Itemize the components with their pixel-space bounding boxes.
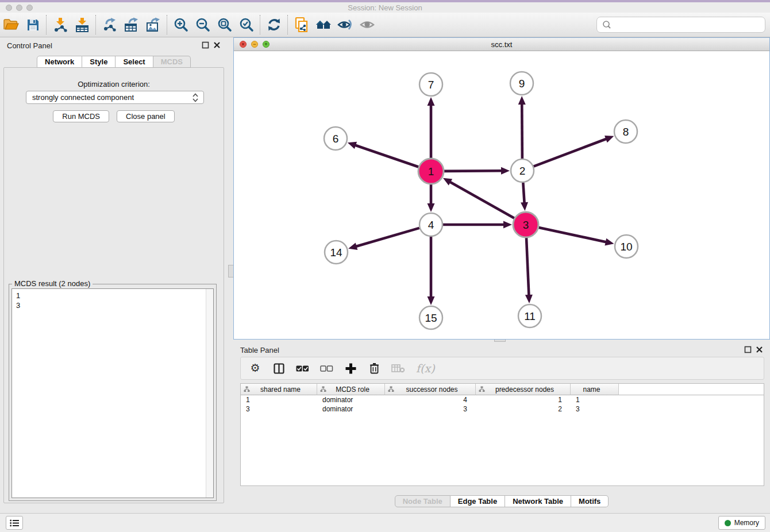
column-header-shared-name[interactable]: shared name [241, 384, 317, 395]
cell-predecessor-nodes: 1 [476, 395, 571, 404]
column-header-predecessor-nodes[interactable]: predecessor nodes [476, 384, 571, 395]
table-panel-header: Table Panel [233, 342, 770, 357]
graph-edge-3-10[interactable] [538, 228, 607, 242]
open-session-button[interactable] [0, 15, 22, 34]
edge-arrowhead [348, 142, 357, 149]
graph-edge-2-8[interactable] [534, 138, 608, 167]
zoom-out-button[interactable] [192, 15, 214, 34]
zoom-selected-button[interactable] [236, 15, 257, 34]
memory-button[interactable]: Memory [718, 516, 765, 530]
column-header-mcds-role[interactable]: MCDS role [317, 384, 385, 395]
delete-column-button[interactable] [368, 361, 380, 375]
column-label: shared name [250, 385, 317, 394]
control-panel: Control Panel NetworkStyleSelectMCDS Opt… [0, 37, 228, 506]
graph-edge-1-6[interactable] [354, 145, 418, 167]
zoom-in-button[interactable] [170, 15, 192, 34]
mcds-buttons-row: Run MCDS Close panel [4, 110, 224, 122]
show-column-button[interactable] [272, 361, 285, 375]
tab-select[interactable]: Select [116, 56, 153, 68]
import-network-button[interactable] [49, 15, 71, 34]
table-panel-title: Table Panel [240, 346, 279, 354]
tab-style[interactable]: Style [82, 56, 116, 68]
save-session-button[interactable] [22, 15, 44, 34]
deselect-all-checkboxes-button[interactable] [320, 361, 333, 375]
zoom-in-icon [174, 17, 188, 32]
status-bar: Memory [0, 513, 770, 532]
tree-icon [479, 386, 485, 392]
show-hide-graphics-details-button[interactable] [334, 15, 356, 34]
tab-edge-table[interactable]: Edge Table [451, 495, 505, 507]
table-row-1[interactable]: 1dominator411 [241, 395, 764, 404]
close-panel-button[interactable]: Close panel [117, 110, 175, 122]
cell-successor-nodes: 4 [385, 395, 476, 404]
app-title: Session: New Session [0, 3, 770, 12]
column-label: successor nodes [394, 385, 475, 394]
graph-edge-4-14[interactable] [355, 228, 419, 247]
network-canvas[interactable]: 1234678910111415 [234, 51, 769, 339]
graph-edge-1-2[interactable] [444, 171, 503, 171]
select-all-checkboxes-button[interactable] [296, 361, 309, 375]
export-image-button[interactable] [143, 15, 164, 34]
edge-arrowhead [518, 96, 526, 105]
zoom-fit-button[interactable] [214, 15, 236, 34]
add-column-button[interactable] [344, 361, 357, 375]
column-header-name[interactable]: name [571, 384, 619, 395]
tab-mcds[interactable]: MCDS [153, 56, 191, 68]
header-filler [619, 384, 764, 395]
node-label-6: 6 [333, 133, 339, 145]
column-icon [274, 363, 284, 374]
level-of-detail-button[interactable] [356, 15, 378, 34]
delete-table-button[interactable] [391, 361, 405, 375]
float-table-panel-icon[interactable] [744, 346, 752, 353]
cell-name: 3 [571, 404, 619, 414]
column-header-successor-nodes[interactable]: successor nodes [385, 384, 476, 395]
export-network-icon [102, 17, 118, 32]
node-label-3: 3 [523, 219, 529, 231]
graph-edge-2-3[interactable] [523, 183, 524, 204]
tab-network[interactable]: Network [37, 56, 82, 68]
task-history-button[interactable] [6, 516, 23, 530]
fx-icon: f(x) [416, 362, 435, 375]
table-options-button[interactable]: ⚙ [249, 361, 261, 375]
close-table-panel-icon[interactable] [756, 346, 763, 353]
select-chevrons-icon [192, 93, 199, 102]
column-label: predecessor nodes [485, 385, 570, 394]
optimization-criterion-select[interactable]: strongly connected component [26, 91, 204, 104]
cell-predecessor-nodes: 2 [476, 404, 571, 414]
function-builder-button[interactable]: f(x) [416, 361, 435, 375]
mcds-result-text[interactable]: 1 3 [12, 289, 206, 498]
float-panel-icon[interactable] [202, 41, 209, 49]
node-label-4: 4 [428, 219, 434, 231]
mcds-tab-content: Optimization criterion: strongly connect… [3, 67, 224, 503]
apply-layout-button[interactable] [263, 15, 285, 34]
export-table-button[interactable] [121, 15, 143, 34]
network-browser-button[interactable] [313, 15, 334, 34]
node-label-15: 15 [425, 312, 437, 324]
graph-edge-2-9[interactable] [522, 103, 522, 159]
graph-edge-3-1[interactable] [449, 182, 514, 218]
network-window-titlebar: × − + scc.txt [234, 38, 769, 51]
zoom-fit-icon [217, 17, 232, 32]
table-row-2[interactable]: 3dominator323 [241, 404, 764, 414]
network-view-window: × − + scc.txt 1234678910111415 [233, 37, 770, 340]
table-toolbar: ⚙ [240, 357, 764, 380]
toolbar-separator [287, 15, 288, 34]
tab-node-table[interactable]: Node Table [395, 495, 451, 507]
tree-icon [320, 386, 326, 392]
zoom-selected-icon [239, 17, 254, 32]
node-label-7: 7 [428, 79, 434, 91]
search-input[interactable] [614, 18, 765, 31]
import-table-button[interactable] [71, 15, 93, 34]
tab-network-table[interactable]: Network Table [505, 495, 571, 507]
edge-arrowhead [605, 238, 614, 246]
result-scrollbar[interactable] [206, 289, 213, 498]
graph-edge-3-11[interactable] [526, 238, 529, 296]
close-panel-icon[interactable] [213, 41, 221, 49]
export-network-button[interactable] [99, 15, 121, 34]
titlebar-accent [0, 0, 770, 2]
tab-motifs[interactable]: Motifs [571, 495, 609, 507]
run-mcds-button[interactable]: Run MCDS [53, 110, 109, 122]
cell-shared-name: 3 [241, 404, 317, 414]
new-network-from-selection-button[interactable] [291, 15, 313, 34]
main-toolbar [0, 13, 770, 37]
